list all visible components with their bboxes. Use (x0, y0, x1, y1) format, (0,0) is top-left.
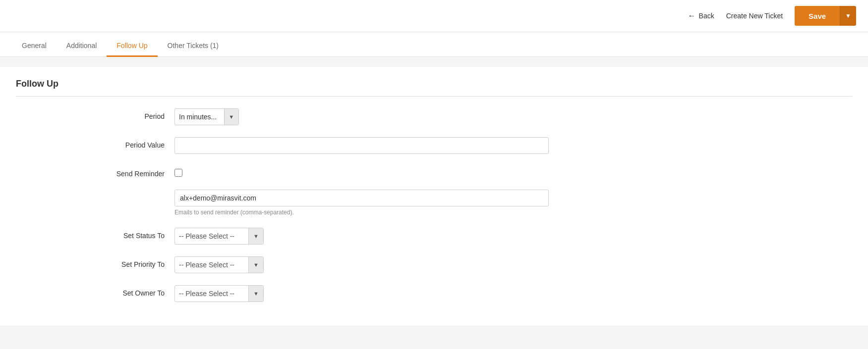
set-priority-label: Set Priority To (16, 256, 174, 268)
set-status-select[interactable]: -- Please Select -- (175, 228, 248, 244)
email-label (16, 190, 174, 194)
email-hint: Emails to send reminder (comma-separated… (174, 209, 551, 216)
tab-follow-up[interactable]: Follow Up (107, 36, 157, 57)
period-label: Period (16, 108, 174, 120)
email-input[interactable] (174, 190, 549, 206)
set-status-row: Set Status To -- Please Select -- ▼ (16, 228, 852, 245)
set-priority-row: Set Priority To -- Please Select -- ▼ (16, 256, 852, 273)
send-reminder-checkbox-wrap (174, 166, 551, 177)
save-dropdown-arrow-icon: ▼ (845, 12, 851, 19)
set-status-select-field: -- Please Select -- ▼ (174, 228, 264, 245)
set-owner-control: -- Please Select -- ▼ (174, 285, 551, 302)
main-content: Follow Up Period In minutes... In hours.… (0, 67, 868, 326)
send-reminder-label: Send Reminder (16, 166, 174, 178)
set-status-label: Set Status To (16, 228, 174, 240)
save-btn-group: Save ▼ (795, 6, 856, 26)
create-new-ticket-link[interactable]: Create New Ticket (726, 12, 783, 20)
back-link[interactable]: ← Back (688, 11, 714, 20)
set-priority-dropdown-icon[interactable]: ▼ (248, 257, 263, 273)
tab-additional[interactable]: Additional (57, 36, 107, 57)
tab-bar: General Additional Follow Up Other Ticke… (0, 32, 868, 57)
send-reminder-row: Send Reminder (16, 166, 852, 178)
send-reminder-control (174, 166, 551, 177)
period-select-dropdown-icon[interactable]: ▼ (224, 109, 238, 125)
set-priority-select[interactable]: -- Please Select -- (175, 257, 248, 273)
period-select[interactable]: In minutes... In hours... In days... (175, 109, 224, 125)
send-reminder-checkbox[interactable] (174, 169, 182, 177)
back-label: Back (699, 12, 714, 20)
period-value-control (174, 137, 551, 154)
period-row: Period In minutes... In hours... In days… (16, 108, 852, 125)
tab-other-tickets[interactable]: Other Tickets (1) (158, 36, 229, 57)
period-value-input[interactable] (174, 137, 549, 154)
email-row: Emails to send reminder (comma-separated… (16, 190, 852, 216)
set-status-control: -- Please Select -- ▼ (174, 228, 551, 245)
email-control: Emails to send reminder (comma-separated… (174, 190, 551, 216)
period-control: In minutes... In hours... In days... ▼ (174, 108, 551, 125)
section-title: Follow Up (16, 79, 852, 97)
tab-general[interactable]: General (12, 36, 57, 57)
save-dropdown-button[interactable]: ▼ (840, 6, 856, 26)
period-value-label: Period Value (16, 137, 174, 149)
period-select-field: In minutes... In hours... In days... ▼ (174, 108, 239, 125)
set-owner-dropdown-icon[interactable]: ▼ (248, 286, 263, 301)
set-owner-select-field: -- Please Select -- ▼ (174, 285, 264, 302)
set-priority-control: -- Please Select -- ▼ (174, 256, 551, 273)
period-value-row: Period Value (16, 137, 852, 154)
set-owner-label: Set Owner To (16, 285, 174, 297)
set-priority-select-field: -- Please Select -- ▼ (174, 256, 264, 273)
top-bar: ← Back Create New Ticket Save ▼ (0, 0, 868, 32)
set-status-dropdown-icon[interactable]: ▼ (248, 228, 263, 244)
set-owner-select[interactable]: -- Please Select -- (175, 286, 248, 301)
save-button[interactable]: Save (795, 6, 840, 26)
back-arrow-icon: ← (688, 11, 696, 20)
set-owner-row: Set Owner To -- Please Select -- ▼ (16, 285, 852, 302)
